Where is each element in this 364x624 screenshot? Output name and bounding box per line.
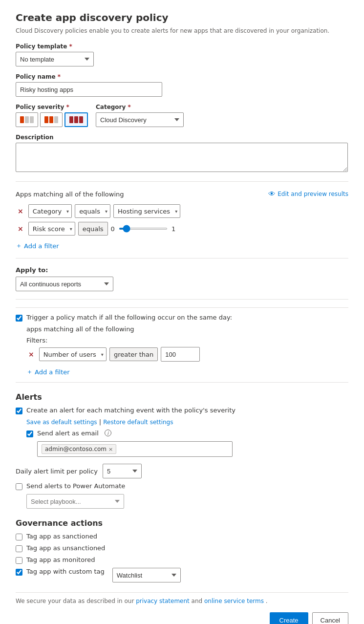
plus-icon-2: ＋ [26,367,33,376]
governance-action-0: Tag app as sanctioned [16,533,348,540]
filters-section-title: Apps matching all of the following [16,191,124,198]
create-alert-label: Create an alert for each matching event … [26,407,236,414]
policy-severity-label: Policy severity [16,104,88,110]
description-textarea[interactable] [16,143,348,172]
footer-buttons: Create Cancel [16,612,348,624]
governance-action-2: Tag app as monitored [16,556,348,564]
create-alert-row: Create an alert for each matching event … [16,407,348,414]
filter-row-2: × Risk score equals 0 1 [16,222,348,236]
filter-1-field[interactable]: Category [28,204,72,218]
eye-icon: 👁 [268,190,276,198]
send-email-label: Send alert as email [37,430,99,437]
trigger-checkbox-row: Trigger a policy match if all the follow… [16,314,348,322]
power-automate-label: Send alerts to Power Automate [26,482,125,490]
trigger-checkbox[interactable] [16,315,22,322]
page-title: Create app discovery policy [16,12,348,23]
severity-low-button[interactable] [16,112,38,127]
email-tag-remove[interactable]: × [108,446,113,452]
governance-checkbox-3[interactable] [16,569,22,576]
daily-limit-label: Daily alert limit per policy [16,468,98,475]
filter-1-value[interactable]: Hosting services [113,204,180,218]
governance-section: Governance actions Tag app as sanctioned… [16,518,348,582]
add-filter-1[interactable]: ＋ Add a filter [16,241,59,250]
governance-checkbox-2[interactable] [16,557,22,564]
severity-group [16,112,88,127]
add-filter-trigger[interactable]: ＋ Add a filter [26,367,70,376]
power-automate-row: Send alerts to Power Automate [16,482,348,490]
trigger-label: Trigger a policy match if all the follow… [26,314,232,321]
privacy-link[interactable]: privacy statement [136,598,190,604]
plus-icon-1: ＋ [16,241,22,250]
create-button[interactable]: Create [270,612,308,624]
governance-label-0: Tag app as sanctioned [26,533,97,540]
governance-action-1: Tag app as unsanctioned [16,544,348,552]
trigger-filter-field[interactable]: Number of users [39,347,107,361]
governance-action-3: Tag app with custom tag Watchlist [16,568,348,582]
cancel-button[interactable]: Cancel [312,612,348,624]
filter-1-remove[interactable]: × [16,207,25,215]
filter-2-range[interactable] [119,228,168,230]
governance-checkbox-1[interactable] [16,545,22,552]
policy-template-select[interactable]: No template [16,52,94,66]
filter-2-slider-row: 0 1 [111,225,176,233]
filter-row-1: × Category equals Hosting services [16,204,348,218]
governance-checkbox-0[interactable] [16,534,22,540]
governance-label-1: Tag app as unsanctioned [26,544,105,552]
save-default-link[interactable]: Save as default settings [26,419,97,426]
trigger-filter-value[interactable] [161,347,200,362]
separator: | [99,418,104,426]
filter-1-operator[interactable]: equals [75,204,110,218]
category-select[interactable]: Cloud Discovery [96,112,184,127]
filter-2-max: 1 [171,225,175,233]
footer-note: We secure your data as described in our … [16,592,348,604]
send-email-row: Send alert as email i [26,430,348,437]
daily-alert-row: Daily alert limit per policy 5 [16,464,348,478]
policy-name-label: Policy name [16,73,348,80]
governance-label-2: Tag app as monitored [26,556,95,563]
description-label: Description [16,134,348,141]
email-value: admin@contoso.com [45,446,107,452]
severity-medium-button[interactable] [40,112,63,127]
policy-name-input[interactable] [16,82,162,97]
filter-2-remove[interactable]: × [16,225,25,233]
governance-title: Governance actions [16,518,348,528]
apply-to-select[interactable]: All continuous reports [16,277,113,291]
email-tag-input[interactable]: admin@contoso.com × [37,441,233,457]
edit-preview-link[interactable]: 👁 Edit and preview results [268,190,348,198]
governance-custom-tag-select[interactable]: Watchlist [112,568,181,582]
restore-default-link[interactable]: Restore default settings [103,419,173,426]
trigger-sub-title: apps matching all of the following [26,325,348,333]
email-tag: admin@contoso.com × [42,444,116,454]
create-alert-checkbox[interactable] [16,408,22,414]
trigger-filter-remove[interactable]: × [26,350,36,358]
apply-to-label: Apply to: [16,266,348,274]
page-subtitle: Cloud Discovery policies enable you to c… [16,27,348,34]
playbook-select[interactable]: Select playbook... [26,494,124,509]
filter-2-operator: equals [78,222,108,236]
governance-label-3: Tag app with custom tag [26,568,105,575]
send-email-checkbox[interactable] [26,430,33,437]
alerts-title: Alerts [16,392,348,402]
filter-2-field[interactable]: Risk score [28,222,75,236]
category-label: Category [96,104,184,110]
power-automate-checkbox[interactable] [16,483,22,490]
policy-template-label: Policy template [16,43,348,50]
trigger-filter-row: × Number of users greater than [26,347,348,362]
terms-link[interactable]: online service terms [204,598,264,604]
severity-high-button[interactable] [64,112,88,127]
daily-limit-select[interactable]: 5 [103,464,142,478]
trigger-filter-operator: greater than [109,347,158,361]
trigger-filters-label: Filters: [26,337,348,344]
info-icon: i [105,430,111,436]
filter-2-min: 0 [111,225,115,233]
